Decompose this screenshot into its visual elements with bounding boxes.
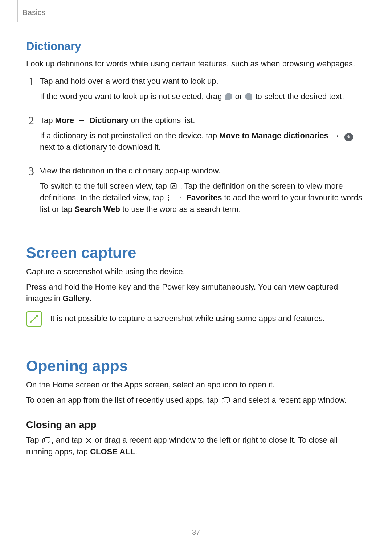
step-line: Tap More → Dictionary on the options lis… bbox=[40, 115, 366, 126]
svg-point-2 bbox=[168, 197, 169, 198]
header-tab: Basics bbox=[0, 0, 45, 22]
header-rule bbox=[17, 0, 18, 22]
step-line: Tap and hold over a word that you want t… bbox=[40, 75, 366, 87]
more-label: More bbox=[55, 116, 74, 125]
note-row: It is not possible to capture a screensh… bbox=[26, 311, 366, 327]
svg-point-1 bbox=[168, 195, 169, 196]
step-line: To switch to the full screen view, tap .… bbox=[40, 180, 366, 215]
step-line: If a dictionary is not preinstalled on t… bbox=[40, 130, 366, 153]
text: Tap bbox=[26, 435, 41, 444]
opening-apps-p1: On the Home screen or the Apps screen, s… bbox=[26, 379, 366, 391]
recent-apps-icon bbox=[42, 437, 51, 444]
dictionary-title: Dictionary bbox=[26, 40, 366, 53]
step-line: View the definition in the dictionary po… bbox=[40, 165, 366, 177]
text: on the options list. bbox=[131, 116, 195, 125]
screen-capture-p1: Capture a screenshot while using the dev… bbox=[26, 266, 366, 278]
text: or bbox=[235, 92, 245, 101]
search-web-label: Search Web bbox=[74, 205, 120, 214]
text: . bbox=[135, 447, 137, 456]
screen-capture-title: Screen capture bbox=[26, 244, 366, 262]
step-numeral: 2 bbox=[26, 115, 34, 157]
step-3: 3 View the definition in the dictionary … bbox=[26, 165, 366, 219]
dictionary-intro: Look up definitions for words while usin… bbox=[26, 58, 366, 70]
arrow-icon: → bbox=[331, 130, 342, 141]
step-body: Tap More → Dictionary on the options lis… bbox=[40, 115, 366, 157]
step-line: If the word you want to look up is not s… bbox=[40, 91, 366, 102]
note-text: It is not possible to capture a screensh… bbox=[50, 311, 325, 324]
svg-rect-7 bbox=[45, 438, 50, 442]
text: . bbox=[90, 294, 92, 303]
recent-apps-icon bbox=[221, 397, 230, 404]
drag-handle-right-icon bbox=[245, 93, 252, 100]
opening-apps-title: Opening apps bbox=[26, 357, 366, 375]
text: , and tap bbox=[52, 435, 85, 444]
step-2: 2 Tap More → Dictionary on the options l… bbox=[26, 115, 366, 157]
favorites-label: Favorites bbox=[187, 193, 222, 202]
download-icon bbox=[344, 133, 353, 141]
move-to-manage-label: Move to Manage dictionaries bbox=[219, 131, 328, 140]
breadcrumb: Basics bbox=[23, 8, 45, 17]
arrow-icon: → bbox=[76, 115, 87, 126]
note-icon bbox=[26, 311, 42, 327]
text: to use the word as a search term. bbox=[122, 205, 241, 214]
text: next to a dictionary to download it. bbox=[40, 143, 161, 152]
opening-apps-p2: To open an app from the list of recently… bbox=[26, 394, 366, 406]
text: If the word you want to look up is not s… bbox=[40, 92, 224, 101]
close-all-label: CLOSE ALL bbox=[90, 447, 135, 456]
step-numeral: 1 bbox=[26, 75, 34, 106]
step-body: Tap and hold over a word that you want t… bbox=[40, 75, 366, 106]
text: To switch to the full screen view, tap bbox=[40, 181, 169, 190]
screen-capture-p2: Press and hold the Home key and the Powe… bbox=[26, 281, 366, 304]
text: Tap bbox=[40, 116, 55, 125]
expand-icon bbox=[170, 182, 177, 190]
svg-rect-5 bbox=[224, 398, 229, 402]
step-numeral: 3 bbox=[26, 165, 34, 219]
text: and select a recent app window. bbox=[233, 395, 347, 405]
dictionary-label: Dictionary bbox=[89, 116, 128, 125]
overflow-menu-icon bbox=[167, 194, 170, 201]
drag-handle-left-icon bbox=[225, 93, 232, 100]
gallery-label: Gallery bbox=[62, 294, 90, 303]
text: To open an app from the list of recently… bbox=[26, 395, 221, 405]
page-number: 37 bbox=[0, 528, 392, 537]
arrow-icon: → bbox=[173, 192, 184, 204]
closing-an-app-title: Closing an app bbox=[26, 419, 366, 431]
closing-an-app-text: Tap , and tap or drag a recent app windo… bbox=[26, 434, 366, 457]
step-body: View the definition in the dictionary po… bbox=[40, 165, 366, 219]
close-icon bbox=[85, 437, 92, 444]
step-1: 1 Tap and hold over a word that you want… bbox=[26, 75, 366, 106]
text: If a dictionary is not preinstalled on t… bbox=[40, 131, 219, 140]
svg-point-3 bbox=[168, 199, 169, 201]
text: to select the desired text. bbox=[255, 92, 344, 101]
dictionary-steps: 1 Tap and hold over a word that you want… bbox=[26, 75, 366, 219]
